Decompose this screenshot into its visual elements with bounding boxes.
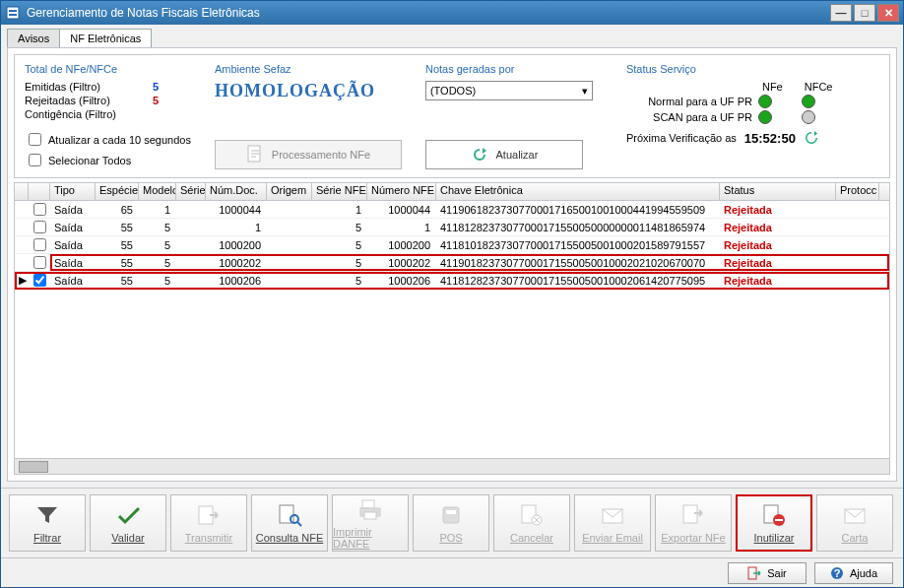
mail-icon: [599, 502, 626, 528]
table-row[interactable]: Saída55510002025100020241190182373077000…: [15, 254, 889, 272]
close-button[interactable]: ✕: [877, 4, 899, 22]
grid-body[interactable]: Saída65110000441100004441190618237307700…: [15, 201, 889, 458]
processamento-button[interactable]: Processamento NFe: [215, 140, 402, 169]
footer: Sair ?Ajuda: [1, 557, 903, 587]
enviar-email-button[interactable]: Enviar Email: [574, 494, 651, 552]
pos-button[interactable]: POS: [413, 494, 489, 552]
table-row[interactable]: Saída55510002005100020041181018237307700…: [15, 236, 889, 254]
verify-time: 15:52:50: [744, 131, 796, 146]
status-badge: Rejeitada: [720, 204, 836, 216]
rejeitadas-label: Rejeitadas (Filtro): [25, 95, 133, 106]
rejeitadas-count: 5: [141, 95, 159, 106]
gerador-select[interactable]: (TODOS) ▾: [425, 81, 593, 100]
emitidas-count: 5: [141, 81, 159, 93]
export-icon: [679, 502, 707, 528]
ajuda-button[interactable]: ?Ajuda: [814, 562, 893, 584]
table-row[interactable]: Saída65110000441100004441190618237307700…: [15, 201, 889, 219]
filtrar-button[interactable]: Filtrar: [9, 494, 86, 552]
col-serienfe[interactable]: Série NFE: [312, 183, 367, 200]
status-light-nfe-normal: [758, 95, 772, 108]
window-controls: — □ ✕: [830, 4, 899, 22]
consulta-button[interactable]: Consulta NFE: [251, 494, 328, 552]
col-origem[interactable]: Origem: [267, 183, 312, 200]
ambiente-value: HOMOLOGAÇÃO: [215, 81, 402, 101]
cancelar-button[interactable]: Cancelar: [493, 494, 570, 552]
imprimir-button[interactable]: Imprimir DANFE: [332, 494, 409, 552]
status-badge: Rejeitada: [720, 257, 836, 269]
minimize-button[interactable]: —: [830, 4, 852, 22]
select-all-checkbox[interactable]: Selecionar Todos: [25, 151, 191, 169]
row-checkbox[interactable]: [29, 218, 50, 236]
col-serie[interactable]: Série: [176, 183, 206, 200]
svg-rect-18: [775, 519, 783, 521]
col-chave[interactable]: Chave Eletrônica: [436, 183, 720, 200]
col-protocolo[interactable]: Protocc: [836, 183, 879, 200]
svg-rect-2: [9, 14, 17, 16]
row-checkbox[interactable]: [29, 235, 50, 254]
row-checkbox[interactable]: [29, 253, 50, 272]
summary-panel: Total de NFe/NFCe Emitidas (Filtro)5 Rej…: [14, 54, 890, 178]
send-icon: [195, 502, 223, 528]
validar-button[interactable]: Validar: [90, 494, 166, 552]
print-icon: [356, 496, 384, 522]
search-doc-icon: [276, 502, 303, 528]
status-row1-label: Normal para a UF PR: [626, 96, 752, 107]
status-badge: Rejeitada: [720, 222, 836, 233]
col-numdoc[interactable]: Núm.Doc.: [206, 183, 267, 200]
svg-rect-11: [446, 510, 456, 514]
contigencia-label: Contigência (Filtro): [25, 108, 133, 120]
tab-avisos[interactable]: Avisos: [7, 29, 60, 47]
col-tipo[interactable]: Tipo: [50, 183, 96, 200]
help-icon: ?: [830, 566, 844, 580]
funnel-icon: [33, 502, 61, 528]
auto-refresh-checkbox[interactable]: Atualizar a cada 10 segundos: [25, 130, 191, 149]
row-checkbox[interactable]: [29, 201, 50, 219]
row-checkbox[interactable]: [29, 271, 50, 290]
status-light-nfce-normal: [802, 95, 815, 108]
status-light-nfce-scan: [802, 110, 815, 124]
maximize-button[interactable]: □: [854, 4, 875, 22]
cancel-doc-icon: [518, 502, 546, 528]
atualizar-button[interactable]: Atualizar: [425, 140, 583, 169]
nfe-grid: Tipo Espécie Modelo Série Núm.Doc. Orige…: [14, 182, 890, 475]
col-modelo[interactable]: Modelo: [139, 183, 176, 200]
void-icon: [760, 502, 788, 528]
transmitir-button[interactable]: Transmitir: [170, 494, 247, 552]
tab-content: Total de NFe/NFCe Emitidas (Filtro)5 Rej…: [7, 47, 897, 482]
status-badge: Rejeitada: [720, 275, 836, 287]
ambiente-heading: Ambiente Sefaz: [215, 63, 402, 75]
exportar-button[interactable]: Exportar NFe: [655, 494, 732, 552]
letter-icon: [841, 502, 869, 528]
horizontal-scrollbar[interactable]: [15, 458, 889, 474]
status-group: Status Serviço NFe NFCe Normal para a UF…: [626, 63, 879, 169]
tab-bar: Avisos NF Eletrônicas: [1, 25, 903, 47]
contigencia-count: [141, 108, 159, 120]
status-row2-label: SCAN para a UF PR: [626, 111, 752, 123]
document-icon: [246, 145, 264, 164]
svg-text:?: ?: [834, 567, 841, 579]
gerador-group: Notas geradas por (TODOS) ▾ Atualizar: [425, 63, 603, 169]
svg-rect-1: [9, 10, 17, 12]
col-especie[interactable]: Espécie: [96, 183, 139, 200]
refresh-status-icon[interactable]: [804, 130, 819, 146]
sair-button[interactable]: Sair: [728, 562, 807, 584]
pos-icon: [437, 502, 465, 528]
inutilizar-button[interactable]: Inutilizar: [736, 494, 812, 552]
col-status[interactable]: Status: [720, 183, 836, 200]
svg-rect-9: [364, 512, 376, 519]
status-cols: NFe NFCe: [762, 81, 833, 93]
exit-icon: [747, 566, 761, 580]
col-numnfe[interactable]: Número NFE: [367, 183, 436, 200]
check-icon: [114, 502, 142, 528]
grid-header: Tipo Espécie Modelo Série Núm.Doc. Orige…: [15, 183, 889, 201]
status-heading: Status Serviço: [626, 63, 696, 75]
table-row[interactable]: Saída55515141181282373077000171550050000…: [15, 219, 889, 236]
carta-button[interactable]: Carta: [816, 494, 893, 552]
table-row[interactable]: ▶Saída5551000206510002064118128237307700…: [15, 272, 889, 290]
svg-rect-10: [443, 507, 459, 523]
tab-nf-eletronicas[interactable]: NF Eletrônicas: [59, 29, 152, 47]
row-indicator: ▶: [15, 274, 29, 287]
status-light-nfe-scan: [758, 110, 772, 124]
ambiente-group: Ambiente Sefaz HOMOLOGAÇÃO Processamento…: [215, 63, 402, 169]
totals-heading: Total de NFe/NFCe: [25, 63, 191, 75]
